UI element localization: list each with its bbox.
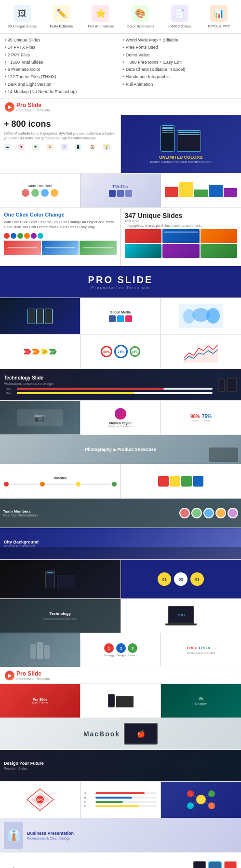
arrow-2: 02 xyxy=(32,349,40,354)
watch-2 xyxy=(208,861,222,868)
stat3-2: 2 Design xyxy=(116,643,126,657)
svg-point-3 xyxy=(206,308,220,324)
timeline-title: Timeline xyxy=(54,476,67,480)
preview-bar-1 xyxy=(8,247,37,248)
logo-name-2: Pro Slide xyxy=(16,670,50,677)
stat-1: 98% Score xyxy=(190,414,200,422)
slide-thumb-3 xyxy=(161,174,241,207)
network-svg xyxy=(183,787,219,813)
instagram-icon xyxy=(125,315,132,322)
logo-name-1: Pro Slide xyxy=(16,102,50,108)
feature-item-9: World Wide Map + Editable xyxy=(123,37,236,44)
circle-1: 58% xyxy=(101,346,112,357)
presenter-figure: 👔 xyxy=(4,822,23,849)
slide-phone-col xyxy=(0,298,80,334)
tech-desc: Professional presentation design xyxy=(4,382,214,385)
collage-4 xyxy=(125,244,162,258)
stat-label-2: Rate xyxy=(202,419,212,422)
phone-dark-visual xyxy=(45,570,75,588)
presenter-icon: 👔 xyxy=(7,829,20,841)
tech-tablet xyxy=(227,378,237,392)
profile-role: Designer & Creator xyxy=(108,425,133,428)
keyboard-visual xyxy=(43,618,77,620)
stat3-3: 3 Launch xyxy=(128,643,137,657)
oneclick-title: One Click Color Change xyxy=(4,212,117,218)
stats-3-row: 1 Strategy 2 Design 3 Launch xyxy=(104,643,137,657)
s2-thumb-2 xyxy=(80,684,161,718)
swatch-green xyxy=(17,233,23,239)
feature-item-3: 2 PPT Files xyxy=(5,52,118,59)
unlimited-colors-panel: UNLIMITED COLORS EASILY CHANGE TO YOUR B… xyxy=(121,115,241,173)
feature-label-anim: Full Animations xyxy=(88,24,114,28)
unique-desc: Infographics, charts, portfolios, mockup… xyxy=(125,224,238,227)
photo-icon-1: 📷 xyxy=(34,412,46,423)
avatar-4 xyxy=(50,189,59,197)
anim-icon: ⭐ xyxy=(92,5,109,22)
puzzle-3 xyxy=(181,476,192,487)
phone-row xyxy=(27,309,53,324)
phone-dark-1 xyxy=(45,570,55,588)
photo-slide-1: 📷 xyxy=(0,401,80,434)
icons-count: + 800 icons xyxy=(4,119,117,129)
area-chart-svg xyxy=(182,341,220,363)
car-slide-text: Photography & Product Showcase xyxy=(85,447,156,452)
process-slide: 01 02 03 04 xyxy=(0,335,80,368)
proslide1-header: ▶ Pro Slide Presentation Template xyxy=(0,99,241,115)
city-title: City Background xyxy=(4,540,39,544)
feature-item-14: Handmade Infographic xyxy=(123,73,236,81)
puzzle-1 xyxy=(158,476,169,487)
gold-circle-3: 03 xyxy=(190,572,204,586)
feature-label-pptx: PPTX & PPT xyxy=(208,24,230,28)
free-items-visual: FREE 175 18 Bonus slides included xyxy=(187,646,215,654)
s2-infographic-3 xyxy=(161,782,241,818)
thumb-inner-1: Slide Title Here xyxy=(0,174,80,207)
slide-city: City Background Modern Presentation xyxy=(0,528,241,559)
person-2 xyxy=(37,642,43,659)
icon-box-3 xyxy=(125,190,132,197)
avatar-3 xyxy=(40,189,49,197)
prog-label-2: Des xyxy=(6,392,15,394)
stats-row: 98% Score 75% Rate xyxy=(190,414,212,422)
s2-inf-thumb-1: 50% xyxy=(0,782,80,818)
watch-1 xyxy=(193,861,206,868)
presenter-title: Business Presentation xyxy=(27,831,74,836)
phone-mini-3 xyxy=(45,309,53,324)
keyboard-title: Technology xyxy=(50,611,71,616)
content-area-2: Pro Slide Dark Theme 06 Chapter xyxy=(0,684,241,868)
biz-people-slide xyxy=(0,633,80,667)
phone-dark-slide xyxy=(0,560,120,598)
biz-people-visual xyxy=(30,642,50,659)
key-6 xyxy=(72,618,77,620)
key-3 xyxy=(54,618,60,620)
bar-4 xyxy=(209,185,222,197)
tl-line-1 xyxy=(10,484,39,485)
unique-count: 347 Unique Slides xyxy=(125,212,238,219)
feature-item-2: 14 PPTX Files xyxy=(5,44,118,51)
preview-3 xyxy=(80,241,117,255)
slide-gold-circles: 01 02 03 xyxy=(121,560,241,598)
puzzle-2 xyxy=(170,476,180,487)
collage-6 xyxy=(201,244,238,258)
team-avatar-1 xyxy=(179,508,190,518)
circle-3: 45% xyxy=(130,346,140,357)
hbar-2: B xyxy=(84,796,157,799)
stat3-circle-1: 1 xyxy=(104,643,114,653)
device-phone-small xyxy=(108,694,115,707)
slide-thumb-1: Slide Title Here xyxy=(0,174,80,207)
person-3 xyxy=(44,645,50,659)
bar-2 xyxy=(179,182,193,197)
slide-keyboard: Technology xyxy=(0,599,120,633)
top-features-bar: 🖼 95 Unique Slides ✏️ Fully Editable ⭐ F… xyxy=(0,0,241,34)
feature-editable: ✏️ Fully Editable xyxy=(43,5,80,28)
timeline-slide: Timeline xyxy=(0,464,120,498)
bar-chart-1 xyxy=(164,183,238,198)
feature-item-1: 95 Unique Slides xyxy=(5,37,118,44)
arrow-3: 03 xyxy=(40,349,49,354)
phone-slide xyxy=(0,298,80,334)
collage-bar xyxy=(164,231,198,233)
stats-slide: 98% Score 75% Rate xyxy=(161,401,241,434)
key-1 xyxy=(43,618,49,620)
phone-mini-2 xyxy=(36,309,44,324)
puzzle-slide xyxy=(121,464,241,498)
thumb-inner-2: Title Slide xyxy=(80,174,161,207)
